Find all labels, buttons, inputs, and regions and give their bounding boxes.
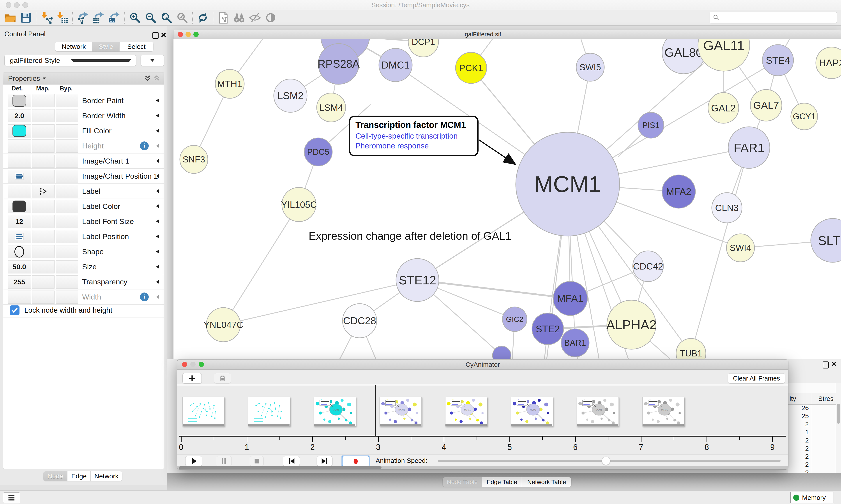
network-node-GIC2[interactable]: GIC2 xyxy=(502,307,527,331)
info-icon[interactable]: i xyxy=(140,141,149,150)
add-frame-button[interactable] xyxy=(182,373,202,383)
import-table-icon[interactable] xyxy=(56,12,68,24)
pause-button[interactable] xyxy=(216,456,232,466)
table-row[interactable]: 2 xyxy=(788,469,836,473)
info-icon[interactable]: i xyxy=(140,292,149,301)
bypass-cell[interactable] xyxy=(56,260,78,273)
network-node-PDC5[interactable]: PDC5 xyxy=(304,138,332,166)
default-value-cell[interactable]: 255 xyxy=(8,275,31,289)
float-panel-icon[interactable] xyxy=(153,32,159,39)
network-node-DCP1[interactable]: DCP1 xyxy=(408,39,439,57)
network-node-CLN3[interactable]: CLN3 xyxy=(712,193,742,223)
network-node-YIL105C[interactable]: YIL105C xyxy=(281,187,317,221)
table-row[interactable]: 2 xyxy=(788,445,836,453)
refresh-icon[interactable] xyxy=(197,12,209,24)
mapping-cell[interactable] xyxy=(32,200,55,213)
timeline-playhead[interactable] xyxy=(375,385,376,436)
bypass-cell[interactable] xyxy=(56,124,78,138)
bypass-cell[interactable] xyxy=(56,200,78,213)
network-node-SWI5[interactable]: SWI5 xyxy=(576,53,604,81)
default-value-cell[interactable] xyxy=(8,230,31,243)
default-value-cell[interactable] xyxy=(8,200,31,213)
search-input[interactable] xyxy=(722,14,837,21)
export-network-icon[interactable] xyxy=(77,12,89,24)
tab-edge-table[interactable]: Edge Table xyxy=(482,477,522,487)
zoom-out-icon[interactable] xyxy=(145,12,157,24)
frame-thumbnail-4[interactable]: MCM1 xyxy=(445,397,487,427)
table-scrollbar[interactable] xyxy=(836,383,841,473)
bypass-cell[interactable] xyxy=(56,140,78,152)
import-network-icon[interactable] xyxy=(40,12,53,24)
annotation-box[interactable]: Transcription factor MCM1 Cell-type-spec… xyxy=(349,115,479,156)
network-node-STE4[interactable]: STE4 xyxy=(763,45,793,76)
network-node-GAL2[interactable]: GAL2 xyxy=(708,93,739,123)
frame-thumbnail-2[interactable]: MCM1 xyxy=(314,397,356,427)
style-options-button[interactable] xyxy=(141,55,164,66)
bypass-cell[interactable] xyxy=(56,109,78,122)
property-row-transparency[interactable]: 255Transparency xyxy=(3,274,164,289)
network-node-MCM1[interactable]: MCM1 xyxy=(516,132,620,236)
network-node-STE2[interactable]: STE2 xyxy=(532,313,563,345)
table-row[interactable]: 2 xyxy=(788,420,836,429)
expand-property-icon[interactable] xyxy=(156,159,159,163)
mapping-cell[interactable] xyxy=(32,170,55,183)
annotation-link[interactable]: Cell-type-specific transcription xyxy=(355,131,477,141)
mapping-cell[interactable] xyxy=(32,260,55,273)
frame-thumbnail-0[interactable] xyxy=(182,397,225,427)
network-canvas[interactable]: DCP1RPS28ADMC1PCK1SWI5GAL80GAL11STE4HAP2… xyxy=(174,39,841,364)
search-box[interactable] xyxy=(710,12,837,23)
frame-thumbnail-3[interactable]: MCM1 xyxy=(379,397,422,427)
collapse-all-icon[interactable] xyxy=(153,75,161,82)
bypass-cell[interactable] xyxy=(56,290,78,304)
property-row-border-paint[interactable]: Border Paint xyxy=(3,93,164,108)
property-row-border-width[interactable]: 2.0Border Width xyxy=(3,108,164,123)
expand-property-icon[interactable] xyxy=(156,280,159,284)
close-window-icon[interactable] xyxy=(178,32,183,37)
mapping-cell[interactable] xyxy=(32,124,55,138)
bypass-cell[interactable] xyxy=(56,185,78,198)
skip-to-end-button[interactable] xyxy=(317,456,333,466)
default-value-cell[interactable]: 2.0 xyxy=(8,109,31,122)
table-row[interactable]: 2 xyxy=(788,453,836,461)
mapping-cell[interactable] xyxy=(32,94,55,107)
delete-frame-button[interactable] xyxy=(214,373,231,383)
clear-all-frames-button[interactable]: Clear All Frames xyxy=(728,373,785,383)
expand-property-icon[interactable] xyxy=(156,189,159,193)
table-row[interactable]: 26 xyxy=(788,404,836,412)
tab-network-style[interactable]: Network xyxy=(91,471,122,481)
tab-edge[interactable]: Edge xyxy=(68,471,91,481)
expand-property-icon[interactable] xyxy=(156,204,159,209)
frame-thumbnail-1[interactable] xyxy=(248,397,290,427)
bypass-cell[interactable] xyxy=(56,94,78,107)
default-value-cell[interactable]: 50.0 xyxy=(8,260,31,273)
annotation-link[interactable]: Pheromone response xyxy=(355,141,477,151)
column-stress[interactable]: Stres xyxy=(818,395,834,402)
property-row-height[interactable]: Heighti xyxy=(3,138,164,154)
bypass-cell[interactable] xyxy=(56,275,78,289)
float-table-panel-icon[interactable] xyxy=(823,361,829,368)
network-node-SLT2[interactable]: SLT2 xyxy=(811,218,841,262)
zoom-window-icon[interactable] xyxy=(193,32,199,37)
network-node-GAL11[interactable]: GAL11 xyxy=(698,39,750,71)
default-value-cell[interactable] xyxy=(8,124,31,138)
style-selector-dropdown[interactable]: galFiltered Style xyxy=(4,55,136,66)
table-row[interactable]: 2 xyxy=(788,436,836,445)
zoom-selected-icon[interactable] xyxy=(176,12,189,24)
bypass-cell[interactable] xyxy=(56,170,78,183)
network-node-LSM4[interactable]: LSM4 xyxy=(317,93,345,122)
properties-header[interactable]: Properties xyxy=(3,72,164,85)
property-row-label-color[interactable]: Label Color xyxy=(3,199,164,214)
network-node-MFA1[interactable]: MFA1 xyxy=(553,281,587,316)
network-window-titlebar[interactable]: galFiltered.sif xyxy=(174,30,841,39)
skip-to-start-button[interactable] xyxy=(283,456,300,466)
property-row-image-chart-position-1[interactable]: Image/Chart Position 1 xyxy=(3,168,164,184)
open-session-icon[interactable] xyxy=(4,12,16,24)
close-panel-icon[interactable] xyxy=(161,32,166,38)
save-session-icon[interactable] xyxy=(20,12,32,24)
tab-network-table[interactable]: Network Table xyxy=(522,477,571,487)
property-row-image-chart-1[interactable]: Image/Chart 1 xyxy=(3,154,164,168)
property-row-size[interactable]: 50.0Size xyxy=(3,259,164,274)
default-value-cell[interactable] xyxy=(8,140,31,152)
property-row-label-position[interactable]: Label Position xyxy=(3,229,164,244)
default-value-cell[interactable] xyxy=(8,94,31,107)
